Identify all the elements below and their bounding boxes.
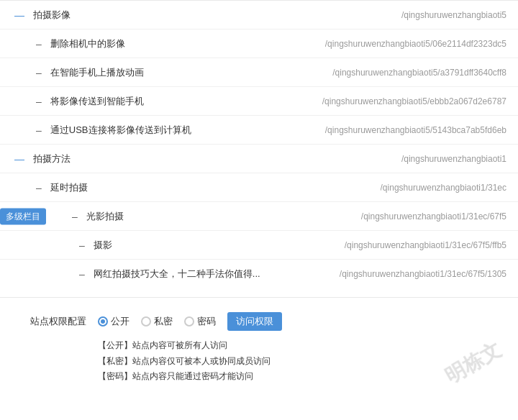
row-path: /qingshuruwenzhangbiaoti5/5143bca7ab5fd6… — [325, 125, 506, 135]
desc-password: 【密码】站点内容只能通过密码才能访问 — [98, 369, 504, 385]
row-dash: – — [36, 182, 42, 193]
permissions-row: 站点权限配置 公开 私密 密码 访问权限 — [14, 312, 504, 385]
radio-private[interactable]: 私密 — [141, 315, 173, 328]
row-label: 在智能手机上播放动画 — [50, 66, 144, 79]
radio-public-label: 公开 — [111, 315, 130, 328]
row-delete-images: – 删除相机中的影像 /qingshuruwenzhangbiaoti5/06e… — [0, 29, 518, 58]
row-transfer-phone: – 将影像传送到智能手机 /qingshuruwenzhangbiaoti5/e… — [0, 87, 518, 116]
row-path: /qingshuruwenzhangbiaoti5/06e2114df2323d… — [325, 39, 506, 49]
row-dash: – — [79, 239, 85, 251]
access-button[interactable]: 访问权限 — [227, 312, 282, 331]
row-label: 通过USB连接将影像传送到计算机 — [50, 124, 191, 137]
row-dash: – — [79, 268, 85, 280]
row-dash: – — [36, 124, 42, 136]
row-path: /qingshuruwenzhangbiaoti1/31ec — [381, 183, 506, 193]
row-path: /qingshuruwenzhangbiaoti1/31ec/67f5/1305 — [340, 269, 506, 279]
permissions-section: 站点权限配置 公开 私密 密码 访问权限 — [0, 297, 518, 396]
section-label: 拍摄影像 — [33, 9, 71, 22]
radio-password-label: 密码 — [197, 315, 216, 328]
row-label: 删除相机中的影像 — [50, 37, 125, 50]
row-dash: – — [36, 67, 42, 78]
multi-level-tag: 多级栏目 — [0, 208, 46, 224]
tree-section: — 拍摄影像 /qingshuruwenzhangbiaoti5 – 删除相机中… — [0, 0, 518, 288]
radio-circle-password — [184, 316, 194, 327]
desc-private-key: 【私密】 — [98, 356, 132, 366]
desc-public: 【公开】站点内容可被所有人访问 — [98, 338, 504, 354]
row-dash: – — [72, 211, 78, 222]
radio-group: 公开 私密 密码 访问权限 — [98, 312, 504, 331]
radio-circle-public — [98, 316, 108, 327]
row-path: /qingshuruwenzhangbiaoti5/ebbb2a067d2e67… — [322, 96, 506, 106]
section-dash: — — [14, 9, 24, 21]
row-label: 延时拍摄 — [50, 181, 88, 194]
desc-public-key: 【公开】 — [98, 340, 132, 350]
row-label: 光影拍摄 — [86, 210, 124, 223]
permissions-content: 公开 私密 密码 访问权限 【公开】站点内容可被所有人访问 — [98, 312, 504, 385]
permissions-label: 站点权限配置 — [14, 312, 86, 328]
row-photography: – 摄影 /qingshuruwenzhangbiaoti1/31ec/67f5… — [0, 231, 518, 260]
main-container: — 拍摄影像 /qingshuruwenzhangbiaoti5 – 删除相机中… — [0, 0, 518, 396]
row-dash: – — [36, 38, 42, 50]
permission-descriptions: 【公开】站点内容可被所有人访问 【私密】站点内容仅可被本人或协同成员访问 【密码… — [98, 338, 504, 385]
row-tips: – 网红拍摄技巧大全，十二种手法你值得... /qingshuruwenzhan… — [0, 260, 518, 288]
row-delayed: – 延时拍摄 /qingshuruwenzhangbiaoti1/31ec — [0, 173, 518, 202]
desc-password-text: 站点内容只能通过密码才能访问 — [132, 371, 253, 381]
row-path: /qingshuruwenzhangbiaoti1/31ec/67f5 — [361, 211, 506, 222]
row-play-phone: – 在智能手机上播放动画 /qingshuruwenzhangbiaoti5/a… — [0, 58, 518, 87]
desc-private: 【私密】站点内容仅可被本人或协同成员访问 — [98, 354, 504, 370]
desc-public-text: 站点内容可被所有人访问 — [132, 340, 227, 350]
row-transfer-usb: – 通过USB连接将影像传送到计算机 /qingshuruwenzhangbia… — [0, 116, 518, 145]
radio-password[interactable]: 密码 — [184, 315, 216, 328]
radio-circle-private — [141, 316, 151, 327]
section-photography-images: — 拍摄影像 /qingshuruwenzhangbiaoti5 — [0, 1, 518, 29]
row-path: /qingshuruwenzhangbiaoti5/a3791dff3640cf… — [332, 68, 506, 78]
section-path: /qingshuruwenzhangbiaoti1 — [401, 154, 506, 164]
row-path: /qingshuruwenzhangbiaoti1/31ec/67f5/ffb5 — [345, 240, 506, 250]
section-dash: — — [14, 153, 24, 165]
row-label: 网红拍摄技巧大全，十二种手法你值得... — [94, 268, 260, 280]
section-photography-method: — 拍摄方法 /qingshuruwenzhangbiaoti1 — [0, 145, 518, 173]
row-label: 将影像传送到智能手机 — [50, 95, 144, 108]
row-dash: – — [36, 96, 42, 107]
section-label: 拍摄方法 — [33, 152, 71, 165]
row-light-shadow: 多级栏目 – 光影拍摄 /qingshuruwenzhangbiaoti1/31… — [0, 202, 518, 231]
row-label: 摄影 — [94, 239, 112, 252]
desc-private-text: 站点内容仅可被本人或协同成员访问 — [132, 356, 271, 366]
radio-public[interactable]: 公开 — [98, 315, 130, 328]
desc-password-key: 【密码】 — [98, 371, 132, 381]
section-path: /qingshuruwenzhangbiaoti5 — [401, 10, 506, 20]
divider — [0, 288, 518, 297]
radio-private-label: 私密 — [154, 315, 173, 328]
